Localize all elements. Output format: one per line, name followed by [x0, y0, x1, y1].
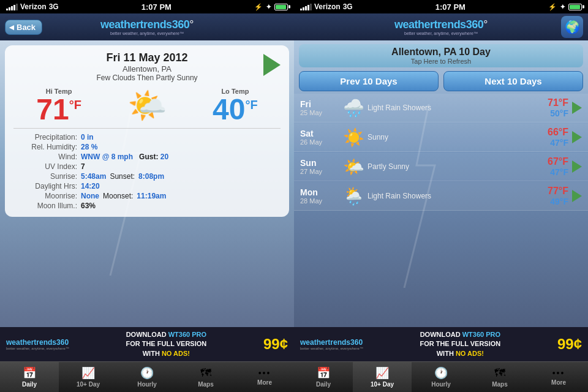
left-phone: Verizon 3G 1:07 PM ⚡ ✦ Back weathertrend… [0, 0, 294, 392]
logo-main-right: weathertrends [394, 18, 466, 31]
forecast-hi-1: 66°F [548, 127, 568, 138]
tab-10day-left[interactable]: 📈 10+ Day [59, 362, 118, 392]
forecast-arrow-3[interactable] [572, 190, 582, 202]
forecast-icon-1: ☀️ [340, 127, 368, 148]
logo-sub-left: better weather, anytime, everywhere™ [110, 31, 184, 36]
forecast-arrow-0[interactable] [572, 102, 582, 114]
forecast-dow-0: Fri [300, 99, 340, 109]
tab-daily-left[interactable]: 📅 Daily [0, 362, 59, 392]
daily-icon-right: 📅 [317, 366, 330, 380]
moonrise-row: Moonrise: None Moonset: 11:19am [13, 191, 281, 201]
forecast-arrow-2[interactable] [572, 160, 582, 173]
nav-row: Prev 10 Days Next 10 Days [299, 71, 583, 91]
city-header[interactable]: Allentown, PA 10 Day Tap Here to Refresh [299, 44, 583, 67]
forecast-lo-2: 47°F [550, 167, 568, 177]
logo-main-left: weathertrends [100, 18, 172, 31]
hi-temp-section: Hi Temp 71°F [36, 88, 81, 124]
time-left: 1:07 PM [141, 2, 172, 12]
tab-maps-right[interactable]: 🗺 Maps [470, 362, 529, 392]
lo-temp: 40°F [213, 95, 258, 124]
forecast-date-2: 27 May [300, 168, 340, 175]
tab-daily-right[interactable]: 📅 Daily [294, 362, 353, 392]
battery-fill-right [570, 5, 580, 9]
humidity-value: 28 % [81, 143, 97, 151]
network-right: 3G [343, 2, 353, 11]
forecast-date-3: 28 May [300, 197, 340, 205]
tab-bar-right: 📅 Daily 📈 10+ Day 🕐 Hourly 🗺 Maps ••• Mo… [294, 361, 588, 392]
bar1 [6, 9, 8, 10]
signal-bars-right [300, 4, 312, 10]
moonset-label: Moonset: [103, 192, 133, 200]
bar3 [11, 6, 13, 10]
globe-button[interactable]: 🌍 [561, 16, 583, 38]
tab-more-left[interactable]: ••• More [235, 362, 294, 392]
tab-label-more-left: More [257, 379, 272, 386]
ad-logo-right: weathertrends360 better weather, anytime… [300, 338, 363, 350]
app-header-left: Back weathertrends360° better weather, a… [0, 13, 294, 40]
card-location: Allentown, PA [31, 64, 263, 74]
bar5r [310, 4, 312, 10]
forecast-day-2: Sun 27 May [300, 158, 340, 175]
wind-value: WNW @ 8 mph Gust: 20 [81, 153, 168, 161]
forecast-hi-2: 67°F [548, 156, 568, 167]
forecast-day-0: Fri 25 May [300, 99, 340, 116]
ad-banner-left[interactable]: weathertrends360 better weather, anytime… [0, 327, 294, 361]
tab-label-daily-left: Daily [22, 381, 37, 388]
forecast-dow-1: Sat [300, 129, 340, 138]
moonillum-value: 63% [81, 202, 96, 210]
forecast-condition-2: Partly Sunny [368, 162, 548, 171]
ad-text-left: DOWNLOAD WT360 PRO FOR THE FULL VERSION … [69, 330, 263, 358]
battery-left [274, 4, 288, 10]
wind-row: Wind: WNW @ 8 mph Gust: 20 [13, 152, 281, 162]
forecast-icon-3: 🌦️ [340, 186, 368, 206]
tab-maps-left[interactable]: 🗺 Maps [176, 362, 235, 392]
forecast-row-2: Sun 27 May 🌤️ Partly Sunny 67°F 47°F [294, 153, 588, 181]
daylight-row: Daylight Hrs: 14:20 [13, 181, 281, 191]
forecast-lo-3: 49°F [550, 197, 568, 206]
tab-label-daily-right: Daily [316, 381, 331, 388]
forecast-dow-2: Sun [300, 158, 340, 168]
logo-text-left: weathertrends360° [100, 18, 194, 31]
moonrise-value: None [81, 192, 99, 200]
time-right: 1:07 PM [435, 2, 466, 12]
card-date: Fri 11 May 2012 [31, 51, 263, 64]
bar2 [9, 7, 10, 10]
forecast-condition-3: Light Rain Showers [368, 192, 548, 200]
10day-icon-right: 📈 [375, 366, 389, 380]
tab-hourly-right[interactable]: 🕐 Hourly [412, 362, 470, 392]
tab-10day-right[interactable]: 📈 10+ Day [353, 362, 412, 392]
precip-value: 0 in [81, 133, 94, 141]
prev-10-days-button[interactable]: Prev 10 Days [299, 71, 439, 91]
back-button[interactable]: Back [5, 20, 42, 35]
signal-bars [6, 4, 18, 10]
ad-text-right: DOWNLOAD WT360 PRO FOR THE FULL VERSION … [363, 330, 557, 358]
ad-line1-right: DOWNLOAD [420, 331, 462, 338]
daily-icon-left: 📅 [23, 366, 36, 380]
tab-more-right[interactable]: ••• More [529, 362, 588, 392]
status-right-left: ⚡ ✦ [254, 3, 288, 11]
lo-temp-section: Lo Temp 40°F [213, 88, 258, 124]
next-day-arrow[interactable] [263, 54, 281, 76]
moonillum-row: Moon Illum.: 63% [13, 201, 281, 211]
forecast-row-0: Fri 25 May 🌧️ Light Rain Showers 71°F 50… [294, 94, 588, 123]
forecast-date-1: 26 May [300, 138, 340, 146]
network-left: 3G [49, 2, 59, 11]
temp-row: Hi Temp 71°F 🌤️ Lo Temp 40°F [13, 87, 281, 124]
tab-label-more-right: More [551, 379, 566, 386]
forecast-lo-1: 47°F [550, 138, 568, 148]
forecast-icon-0: 🌧️ [340, 98, 368, 118]
uv-value: 7 [81, 162, 85, 171]
sunrise-label: Sunrise: [13, 172, 81, 181]
tab-hourly-left[interactable]: 🕐 Hourly [118, 362, 176, 392]
next-10-days-button[interactable]: Next 10 Days [443, 71, 583, 91]
bar5 [16, 4, 18, 10]
ad-banner-right[interactable]: weathertrends360 better weather, anytime… [294, 327, 588, 361]
forecast-arrow-1[interactable] [572, 131, 582, 143]
forecast-row-3: Mon 28 May 🌦️ Light Rain Showers 77°F 49… [294, 182, 588, 211]
forecast-temps-1: 66°F 47°F [548, 127, 568, 148]
forecast-date-0: 25 May [300, 109, 340, 116]
more-icon-right: ••• [552, 368, 565, 378]
tab-label-maps-right: Maps [492, 381, 508, 388]
moonset-value: 11:19am [137, 192, 166, 200]
logo-right: weathertrends360° better weather, anytim… [394, 18, 488, 36]
